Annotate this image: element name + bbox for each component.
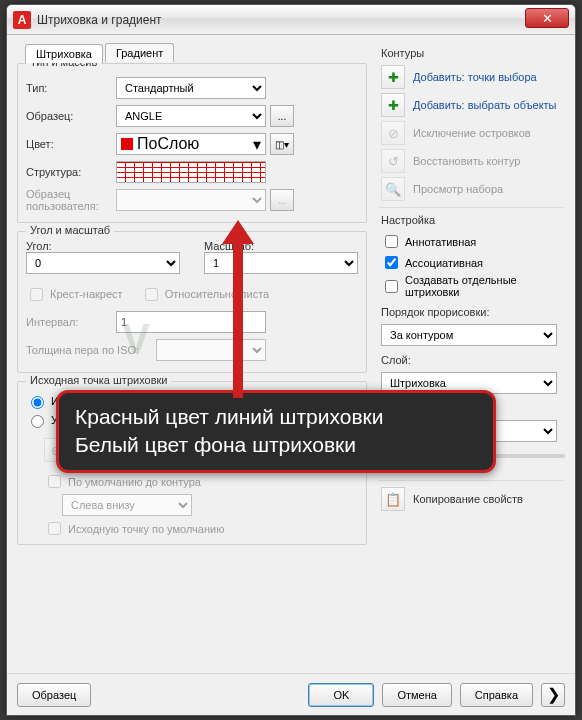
pattern-select[interactable]: ANGLE [116,105,266,127]
callout-line1: Красный цвет линий штриховки [75,403,477,431]
type-select[interactable]: Стандартный [116,77,266,99]
iso-pen-label: Толщина пера по ISO: [26,344,156,356]
chevron-down-icon: ▾ [253,135,261,154]
color-label: Цвет: [26,138,116,150]
layer-label: Слой: [381,354,565,366]
angle-select[interactable]: 0 [26,252,180,274]
plus-icon: ✚ [381,65,405,89]
user-pattern-browse-button: ... [270,189,294,211]
default-origin-checkbox: Исходную точку по умолчанию [44,519,358,538]
ok-button[interactable]: OK [308,683,374,707]
plus-icon: ✚ [381,93,405,117]
tab-hatch[interactable]: Штриховка [25,44,103,63]
callout-line2: Белый цвет фона штриховки [75,431,477,459]
group-type: Тип и массив Тип: Стандартный Образец: A… [17,63,367,223]
user-pattern-select [116,189,266,211]
dialog-body: Штриховка Градиент Тип и массив Тип: Ста… [7,35,575,715]
dialog-window: A Штриховка и градиент ✕ Штриховка Гради… [6,4,576,716]
window-title: Штриховка и градиент [37,13,162,27]
restore-contour-button: ↺ Восстановить контур [377,149,565,173]
structure-label: Структура: [26,166,116,178]
sample-button[interactable]: Образец [17,683,91,707]
origin-pos-select: Слева внизу [62,494,192,516]
annotation-arrow [222,220,252,395]
associative-checkbox[interactable]: Ассоциативная [381,253,561,272]
draw-order-label: Порядок прорисовки: [381,306,565,318]
group-angle-title: Угол и масштаб [26,224,114,236]
copy-properties-button[interactable]: 📋 Копирование свойств [377,487,565,511]
annotative-checkbox[interactable]: Аннотативная [381,232,561,251]
expand-button[interactable]: ❯ [541,683,565,707]
tab-gradient[interactable]: Градиент [105,43,174,62]
exclude-islands-button: ⊘ Исключение островков [377,121,565,145]
color-value: ПоСлою [137,135,199,153]
chevron-down-icon: ▾ [284,139,289,150]
add-points-button[interactable]: ✚ Добавить: точки выбора [377,65,565,89]
add-objects-button[interactable]: ✚ Добавить: выбрать объекты [377,93,565,117]
type-label: Тип: [26,82,116,94]
search-icon: 🔍 [381,177,405,201]
restore-icon: ↺ [381,149,405,173]
cancel-button[interactable]: Отмена [382,683,451,707]
pattern-browse-button[interactable]: ... [270,105,294,127]
view-set-button: 🔍 Просмотр набора [377,177,565,201]
dialog-footer: Образец OK Отмена Справка ❯ [7,673,575,715]
group-angle-scale: Угол и масштаб Угол: 0 Масштаб: 1 Крест-… [17,231,367,373]
separate-checkbox[interactable]: Создавать отдельные штриховки [381,274,561,298]
settings-heading: Настройка [381,214,565,226]
contours-heading: Контуры [381,47,565,59]
group-origin-title: Исходная точка штриховки [26,374,171,386]
close-button[interactable]: ✕ [525,8,569,28]
app-icon: A [13,11,31,29]
color-swatch-icon [121,138,133,150]
cross-checkbox: Крест-накрест [26,285,123,304]
annotation-callout: Красный цвет линий штриховки Белый цвет … [56,390,496,473]
box-icon: ◫ [275,139,284,150]
brush-icon: 📋 [381,487,405,511]
draw-order-select[interactable]: За контуром [381,324,557,346]
color-select[interactable]: ПоСлою ▾ [116,133,266,155]
pattern-label: Образец: [26,110,116,122]
color-bg-button[interactable]: ◫▾ [270,133,294,155]
exclude-icon: ⊘ [381,121,405,145]
left-column: Тип и массив Тип: Стандартный Образец: A… [17,63,367,553]
structure-preview[interactable] [116,161,266,183]
spacing-label: Интервал: [26,316,116,328]
user-pattern-label: Образец пользователя: [26,188,116,212]
titlebar: A Штриховка и градиент ✕ [7,5,575,35]
tab-strip: Штриховка Градиент [25,43,176,62]
help-button[interactable]: Справка [460,683,533,707]
default-contour-checkbox: По умолчанию до контура [44,472,358,491]
angle-label: Угол: [26,240,180,252]
